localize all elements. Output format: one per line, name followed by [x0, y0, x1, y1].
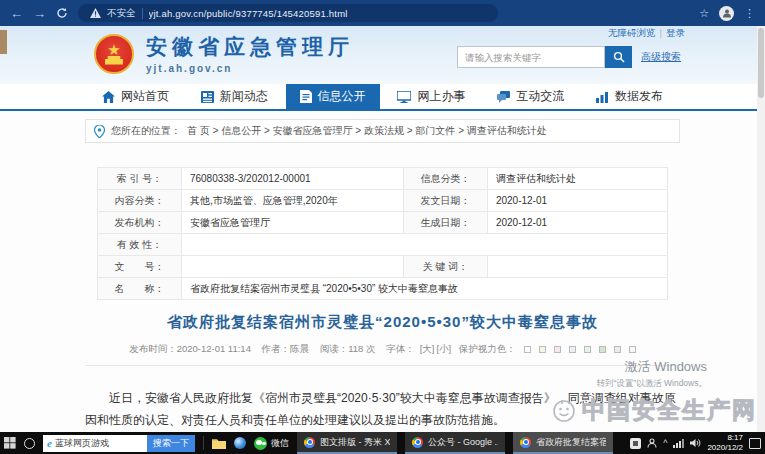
- taskbar-clock[interactable]: 8:17 2020/12/2: [707, 433, 743, 453]
- article-meta: 发布时间：2020-12-01 11:14 作者：陈晨 阅读：118 次 字体：…: [85, 343, 680, 356]
- eye-color-swatch[interactable]: [599, 346, 606, 353]
- taskbar-window-active[interactable]: 省政府批复结案宿...: [513, 432, 613, 454]
- breadcrumb-path[interactable]: 首 页 > 信息公开 > 安徽省应急管理厅 > 政策法规 > 部门文件 > 调查…: [187, 124, 547, 138]
- table-row: 名 称： 省政府批复结案宿州市灵璧县 “2020•5•30” 较大中毒窒息事故: [97, 278, 667, 300]
- home-icon: [102, 91, 115, 103]
- eye-color-swatch[interactable]: [554, 346, 561, 353]
- security-label: 不安全: [107, 7, 136, 20]
- table-row: 索 引 号： 76080338-3/202012-00001 信息分类： 调查评…: [97, 168, 667, 190]
- site-domain: yjt.ah.gov.cn: [146, 63, 354, 74]
- eye-color-swatch[interactable]: [584, 346, 591, 353]
- name-label: 名 称：: [97, 278, 181, 300]
- browser-menu-icon[interactable]: ⋮: [744, 7, 755, 20]
- google-earth-button[interactable]: [234, 432, 246, 454]
- eye-color-swatch[interactable]: [539, 346, 546, 353]
- validity-label: 有 效 性：: [97, 234, 181, 256]
- validity-value: [181, 234, 667, 256]
- smiley-icon: [552, 399, 576, 423]
- document-info-table: 索 引 号： 76080338-3/202012-00001 信息分类： 调查评…: [97, 167, 668, 300]
- article-title: 省政府批复结案宿州市灵璧县“2020•5•30”较大中毒窒息事故: [85, 313, 680, 332]
- issue-date-label: 发文日期：: [403, 190, 487, 212]
- name-value: 省政府批复结案宿州市灵璧县 “2020•5•30” 较大中毒窒息事故: [181, 278, 667, 300]
- taskbar-search-button[interactable]: 搜索一下: [147, 435, 195, 452]
- table-row: 文 号： 关 键 词：: [97, 256, 667, 278]
- meta-divider: [85, 365, 680, 366]
- national-emblem-icon: ★: [94, 34, 134, 74]
- tray-time: 8:17: [707, 433, 743, 443]
- accessibility-link[interactable]: 无障碍浏览: [608, 27, 656, 38]
- notification-center-icon[interactable]: [749, 438, 761, 449]
- login-link[interactable]: 登录: [666, 27, 685, 38]
- page-scrollbar[interactable]: [757, 26, 765, 432]
- issuer-label: 发布机构：: [97, 212, 181, 234]
- read-count: 阅读：118 次: [320, 343, 376, 354]
- brand-watermark: 中国安全生产网: [552, 395, 757, 426]
- search-icon: [613, 51, 625, 63]
- bookmark-star-icon[interactable]: ☆: [699, 7, 709, 20]
- windows-start-icon: [4, 437, 16, 449]
- folder-icon: [212, 438, 226, 449]
- profile-avatar[interactable]: [719, 6, 734, 21]
- chevron-up-icon[interactable]: ^: [663, 438, 667, 448]
- brand-watermark-text: 中国安全生产网: [582, 395, 757, 426]
- search-button[interactable]: [605, 46, 632, 68]
- windows-taskbar: e蓝球网页游戏 搜索一下 微信 图文排版 - 秀米 XI... 公众号 - Go…: [0, 432, 765, 454]
- table-row: 内容分类： 其他,市场监管、应急管理,2020年 发文日期： 2020-12-0…: [97, 190, 667, 212]
- wechat-label: 微信: [271, 437, 289, 450]
- advanced-search-link[interactable]: 高级搜索: [641, 50, 681, 64]
- taskbar-window-google[interactable]: 公众号 - Google ...: [405, 432, 505, 454]
- taskbar-window-xiumi[interactable]: 图文排版 - 秀米 XI...: [297, 432, 397, 454]
- scrollbar-thumb[interactable]: [758, 28, 764, 98]
- eye-color-swatch[interactable]: [524, 346, 531, 353]
- address-bar[interactable]: 不安全 yjt.ah.gov.cn/public/9377745/1454205…: [78, 4, 498, 22]
- people-icon[interactable]: [647, 432, 657, 454]
- chat-icon: [497, 91, 510, 103]
- cortana-button[interactable]: [24, 432, 35, 454]
- eye-color-swatch[interactable]: [629, 346, 636, 353]
- eye-protect-label: 保护视力色：: [459, 343, 516, 354]
- system-tray: ^ 8:17 2020/12/2: [630, 432, 761, 454]
- nav-item-data-release[interactable]: 数据发布: [582, 84, 677, 109]
- nav-item-info-disclosure[interactable]: 信息公开: [286, 84, 380, 109]
- file-explorer-button[interactable]: [212, 432, 226, 454]
- search-input[interactable]: [457, 46, 605, 68]
- eye-color-swatch[interactable]: [614, 346, 621, 353]
- screen: ← → 不安全 yjt.ah.gov.cn/public/9377745/145…: [0, 0, 765, 454]
- chrome-icon: [412, 437, 423, 448]
- earth-icon: [234, 437, 246, 449]
- monitor-icon: [397, 91, 411, 103]
- content-class-value: 其他,市场监管、应急管理,2020年: [181, 190, 403, 212]
- issuer-value: 安徽省应急管理厅: [181, 212, 403, 234]
- tray-app-icon[interactable]: [630, 438, 641, 449]
- gen-date-value: 2020-12-01: [487, 212, 667, 234]
- taskbar-search-box[interactable]: e蓝球网页游戏 搜索一下: [43, 435, 195, 452]
- back-icon[interactable]: ←: [10, 7, 23, 20]
- nav-item-interaction[interactable]: 互动交流: [483, 84, 578, 109]
- volume-icon[interactable]: [690, 432, 701, 454]
- activate-windows-watermark: 激活 Windows 转到“设置”以激活 Windows。: [596, 358, 707, 390]
- font-large-button[interactable]: [大]: [420, 343, 435, 354]
- author: 作者：陈晨: [262, 343, 310, 354]
- doc-no-label: 文 号：: [97, 256, 181, 278]
- location-icon: [94, 125, 105, 138]
- network-icon[interactable]: [673, 432, 684, 454]
- forward-icon[interactable]: →: [33, 7, 46, 20]
- table-row: 有 效 性：: [97, 234, 667, 256]
- content-class-label: 内容分类：: [97, 190, 181, 212]
- doc-no-value: [181, 256, 403, 278]
- nav-item-home[interactable]: 网站首页: [88, 84, 183, 109]
- start-button[interactable]: [4, 432, 16, 454]
- ie-icon: e: [47, 437, 52, 449]
- nav-item-news[interactable]: 新闻动态: [187, 84, 282, 109]
- nav-item-online-service[interactable]: 网上办事: [383, 84, 479, 109]
- publish-time: 发布时间：2020-12-01 11:14: [129, 343, 251, 354]
- eye-color-swatch[interactable]: [569, 346, 576, 353]
- site-header: 无障碍浏览|登录 ★ 安徽省应急管理厅 yjt.ah.gov.cn 高级搜索: [0, 26, 765, 84]
- page-url[interactable]: yjt.ah.gov.cn/public/9377745/145420591.h…: [149, 8, 348, 19]
- index-label: 索 引 号：: [97, 168, 181, 190]
- article-content: 索 引 号： 76080338-3/202012-00001 信息分类： 调查评…: [0, 167, 765, 356]
- wechat-button[interactable]: 微信: [254, 437, 289, 450]
- warning-icon: [90, 8, 101, 18]
- refresh-icon[interactable]: [56, 2, 68, 24]
- font-small-button[interactable]: [小]: [436, 343, 451, 354]
